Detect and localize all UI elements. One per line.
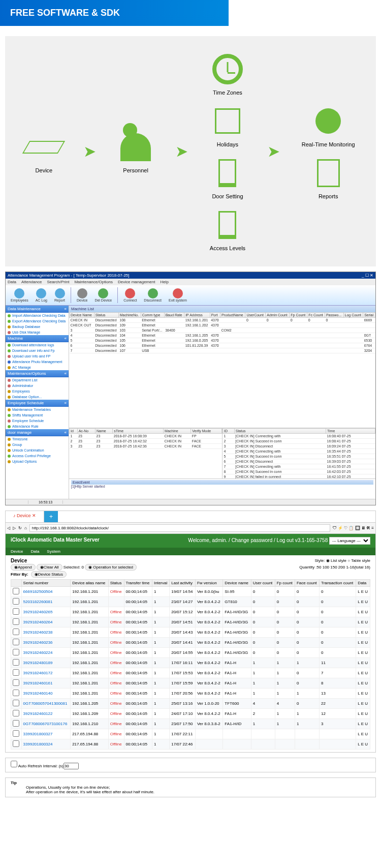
sidebar-item[interactable]: Download user info and Fp [6,348,69,353]
row-checkbox[interactable] [13,628,19,635]
window-controls[interactable]: _ ☐ ✕ [362,273,373,278]
nav-fwd-icon[interactable]: ▷ [13,526,16,530]
clear-button[interactable]: ◉Clear All [37,564,62,571]
status-grid[interactable]: IDStatusTime1[CHECK IN] Connecting with1… [223,428,375,478]
menu-bar[interactable]: DataAttendanceSearch/PrintMaintenance/Op… [6,279,375,285]
menu-item[interactable]: Search/Print [47,280,69,284]
sidebar-item[interactable]: Department List [6,377,69,383]
toolbar-button[interactable]: Report [51,287,68,303]
style-toggle[interactable]: Style: ◉ List style ○ Table style [314,558,370,563]
device-status-filter[interactable]: ◉Device Status [31,571,67,578]
menu-item[interactable]: Data [8,280,16,284]
sidebar-section[interactable]: Machine« [6,335,69,342]
sidebar-item[interactable]: Import Attendance Checking Data [6,313,69,318]
monitor-icon [315,108,341,134]
sidebar-item[interactable]: Upload Options [6,459,69,464]
toolbar-button[interactable]: Device [74,287,90,303]
sidebar-item[interactable]: Upload user info and FP [6,353,69,359]
row-checkbox[interactable] [13,639,19,645]
sidebar-item[interactable]: Usb Disk Manage [6,330,69,335]
calendar-icon [215,108,240,134]
tab-device[interactable]: ♪ Device ✕ [6,511,44,522]
toolbar-button[interactable]: Exit system [166,287,190,303]
sidebar-item[interactable]: Download attendance logs [6,342,69,348]
row-checkbox[interactable] [13,588,19,594]
exec-event-panel: ExecEvent [1]Http Server started [69,478,375,499]
sidebar-item[interactable]: Group [6,442,69,447]
nav-back-icon[interactable]: ◁ [7,526,10,530]
sidebar-item[interactable]: Database Option... [6,394,69,400]
status-bar: 16:53:13 [6,499,375,505]
toolbar-icons[interactable]: 🛡 ⚡ ♡ 📋 🔲 🖥 🛠 ≡ [333,526,374,530]
log-grid[interactable]: IdAc-NoNamesTimeMachineVerify Mode123232… [69,428,223,478]
home-icon[interactable]: ⌂ [24,526,27,530]
sidebar-item[interactable]: Unlock Combination [6,447,69,453]
row-checkbox[interactable] [13,730,19,737]
sidebar-item[interactable]: Shifts Management [6,412,69,418]
welcome-text[interactable]: Welcome, admin. / Change password / Log … [188,537,328,543]
sidebar-section[interactable]: Employee Schedule« [6,400,69,407]
menu-item[interactable]: Device management [118,280,155,284]
row-checkbox[interactable] [13,710,19,716]
toolbar-button[interactable]: Disconnect [141,287,165,303]
sidebar-section[interactable]: Maintenance/Options« [6,370,69,377]
toolbar-button[interactable]: Connect [120,287,140,303]
sidebar-item[interactable]: Employees [6,388,69,394]
door-icon [218,159,236,187]
filter-label: Filter By: [11,572,28,577]
sidebar-item[interactable]: Timezone [6,436,69,442]
auto-refresh-panel: Auto Refresh Interval: (s) [5,758,376,772]
sidebar-section[interactable]: door manage« [6,429,69,436]
row-checkbox[interactable] [13,700,19,706]
arrow-icon: ➤ [83,142,96,160]
nav-item[interactable]: Device [11,549,23,554]
toolbar-button[interactable]: Del Device [91,287,115,303]
app-title: iClock Automatic Data Master Server [11,537,100,545]
new-tab-button[interactable]: + [44,511,58,522]
menu-item[interactable]: Maintenance/Options [74,280,113,284]
app-nav[interactable]: DeviceDataSystem [6,548,375,555]
sidebar-item[interactable]: AC Manage [6,365,69,370]
node-reports: Reports [302,155,355,199]
sidebar-item[interactable]: Export Attendance Checking Data [6,318,69,324]
row-checkbox[interactable] [13,608,19,615]
quantity-label[interactable]: Quantity :50 100 150 200 1-16(total 16) [299,565,370,570]
nav-item[interactable]: System [47,549,60,554]
sidebar-item[interactable]: Employee Schedule [6,418,69,424]
device-icon [22,141,65,154]
toolbar-button[interactable]: Employees [8,287,31,303]
sidebar-item[interactable]: Attendance Photo Management [6,359,69,365]
auto-refresh-checkbox[interactable] [11,761,17,767]
toolbar-button[interactable]: AC Log [33,287,50,303]
menu-item[interactable]: Attendance [21,280,42,284]
node-timezones: Time Zones [210,51,245,96]
nav-item[interactable]: Data [30,549,39,554]
sidebar-item[interactable]: Administrator [6,383,69,388]
sidebar-section[interactable]: Data Maintenance« [6,306,69,313]
row-checkbox[interactable] [13,740,19,747]
sidebar-item[interactable]: Attendance Rule [6,424,69,429]
row-checkbox[interactable] [13,669,19,676]
machine-list-grid[interactable]: Device NameStatusMachineNo.Comm typeBaud… [69,312,375,428]
operation-button[interactable]: ◉ Operation for selected [85,564,137,571]
row-checkbox[interactable] [13,649,19,655]
language-select[interactable]: --- Language --- [329,537,370,545]
url-input[interactable]: http://192.168.1.88:8082/iclock/data/icl… [29,524,330,532]
sidebar-item[interactable]: Access Control Privilege [6,453,69,459]
interval-input[interactable] [64,763,79,769]
sidebar-item[interactable]: Maintenance Timetables [6,407,69,412]
row-checkbox[interactable] [13,659,19,666]
refresh-icon[interactable]: ↻ [18,526,22,530]
row-checkbox[interactable] [13,679,19,686]
row-checkbox[interactable] [13,618,19,625]
row-checkbox[interactable] [13,690,19,696]
append-button[interactable]: ◉Append [11,564,36,571]
menu-item[interactable]: Help [160,280,168,284]
sidebar-item[interactable]: Backup Database [6,324,69,330]
node-device: Device [26,129,61,173]
section-title: Device [11,558,27,563]
row-checkbox[interactable] [13,720,19,727]
row-checkbox[interactable] [13,598,19,605]
device-table[interactable]: Serial numberDevice alias nameStatusTran… [11,579,370,750]
window-title: Attendance Management Program - [ Temp-S… [8,273,130,278]
